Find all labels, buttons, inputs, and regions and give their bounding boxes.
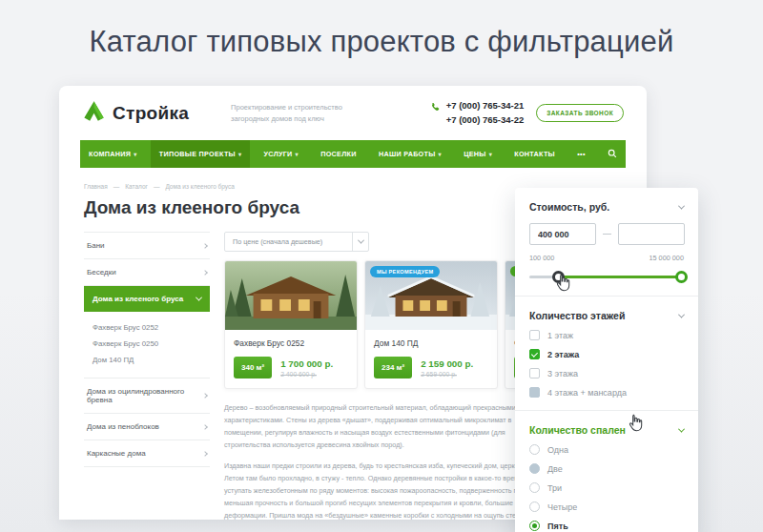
area-badge: 234 м²: [374, 357, 412, 379]
chevron-down-icon: ▾: [439, 151, 442, 157]
description-paragraph: Издавна наши предки строили из дерева, б…: [224, 460, 545, 520]
phone-number-2[interactable]: +7 (000) 765-34-22: [446, 113, 525, 127]
bedrooms-option-one[interactable]: Одна: [529, 444, 684, 455]
filter-section-floors: Количество этажей 1 этаж 2 этажа 3 этажа…: [515, 297, 698, 410]
chevron-down-icon: ▾: [134, 151, 136, 157]
sidebar-subitems: Фахверк Брус 0252 Фахверк Брус 0250 Дом …: [84, 312, 210, 379]
filter-panel: Стоимость, руб. 100 000 15 000 000 Колич: [515, 188, 698, 532]
site-header: Стройка Проектирование и строительство з…: [59, 86, 647, 140]
sidebar-subitem[interactable]: Фахверк Брус 0252: [93, 319, 201, 336]
category-sidebar: Бани Беседки Дома из клееного бруса Фахв…: [84, 232, 210, 520]
slider-handle-max[interactable]: [675, 271, 688, 283]
sidebar-item-gazebos[interactable]: Беседки: [84, 259, 210, 286]
breadcrumb-current: Дома из клееного бруса: [165, 183, 235, 190]
range-dash: [603, 234, 611, 235]
price-min-label: 100 000: [529, 254, 554, 262]
nav-search-button[interactable]: [599, 140, 626, 168]
nav-item-services[interactable]: УСЛУГИ▾: [256, 140, 307, 168]
nav-item-company[interactable]: КОМПАНИЯ▾: [80, 140, 146, 168]
phone-number-1[interactable]: +7 (000) 765-34-21: [446, 99, 525, 113]
phone-icon: [430, 99, 441, 116]
logo[interactable]: Стройка: [82, 99, 189, 127]
logo-icon: [82, 99, 106, 127]
chevron-down-icon: ▾: [489, 151, 492, 157]
bedrooms-option-five[interactable]: Пять: [529, 521, 684, 531]
description-paragraph: Дерево – возобновляемый природный строит…: [224, 402, 545, 452]
chevron-down-icon: ▾: [238, 151, 241, 157]
product-title: Фахверк Брус 0252: [234, 338, 348, 348]
bedrooms-option-four[interactable]: Четыре: [529, 501, 684, 512]
price-from-input[interactable]: [529, 223, 596, 245]
radio-selected[interactable]: [529, 521, 540, 531]
filter-price-header[interactable]: Стоимость, руб.: [529, 201, 684, 213]
product-image-winter-house: МЫ РЕКОМЕНДУЕМ: [365, 261, 497, 330]
bedrooms-option-two[interactable]: Две: [529, 463, 684, 474]
sort-caret: [352, 233, 368, 251]
product-card[interactable]: Фахверк Брус 0252 340 м² 1 700 000 р. 2 …: [224, 260, 358, 389]
nav-item-our-works[interactable]: НАШИ РАБОТЫ▾: [370, 140, 450, 168]
nav-item-prices[interactable]: ЦЕНЫ▾: [455, 140, 501, 168]
product-card[interactable]: МЫ РЕКОМЕНДУЕМ Дом 140 ПД 234 м² 2 159 0…: [364, 260, 498, 389]
filter-section-bedrooms: Количество спален Одна Две Три Четыре Пя…: [515, 411, 698, 532]
checkbox-checked[interactable]: [529, 349, 540, 359]
slider-fill: [559, 276, 681, 278]
screenshot-canvas: Каталог типовых проектов с фильтрацией С…: [0, 0, 763, 532]
product-old-price: 2 400 600 р.: [280, 371, 333, 378]
sidebar-item-baths[interactable]: Бани: [84, 233, 210, 259]
price-max-label: 15 000 000: [649, 254, 684, 262]
area-badge: 340 м²: [234, 357, 272, 379]
floors-option-2[interactable]: 2 этажа: [529, 349, 684, 359]
filter-floors-header[interactable]: Количество этажей: [529, 310, 684, 321]
product-title: Дом 140 ПД: [374, 338, 488, 348]
floors-option-4[interactable]: 4 этажа + мансарда: [529, 387, 684, 398]
chevron-down-icon: [678, 202, 685, 209]
sort-select[interactable]: По цене (сначала дешевые): [224, 232, 369, 252]
phone-block: +7 (000) 765-34-21 +7 (000) 765-34-22: [430, 99, 525, 127]
main-nav: КОМПАНИЯ▾ ТИПОВЫЕ ПРОЕКТЫ▾ УСЛУГИ▾ ПОСЕЛ…: [80, 140, 626, 168]
sidebar-item-foam-block-houses[interactable]: Дома из пеноблоков: [84, 414, 210, 440]
price-to-input[interactable]: [618, 223, 685, 245]
chevron-down-icon: ▾: [296, 151, 299, 157]
order-call-button[interactable]: ЗАКАЗАТЬ ЗВОНОК: [536, 104, 624, 122]
breadcrumb-home[interactable]: Главная: [84, 183, 108, 190]
sidebar-item-frame-houses[interactable]: Каркасные дома: [84, 440, 210, 467]
brand-name: Стройка: [113, 103, 189, 124]
price-range-slider[interactable]: [529, 270, 684, 283]
radio-unchecked[interactable]: [529, 482, 540, 493]
header-tagline: Проектирование и строительство загородны…: [231, 102, 342, 125]
filter-bedrooms-header[interactable]: Количество спален: [529, 424, 684, 436]
chevron-right-icon: [202, 424, 208, 430]
radio-unchecked[interactable]: [529, 444, 540, 455]
product-price: 1 700 000 р.: [280, 358, 333, 369]
sidebar-item-glued-beam-houses[interactable]: Дома из клееного бруса: [84, 286, 210, 312]
floors-option-3[interactable]: 3 этажа: [529, 368, 684, 379]
breadcrumb-catalog[interactable]: Каталог: [125, 183, 148, 190]
floors-option-1[interactable]: 1 этаж: [529, 330, 684, 340]
check-icon: [530, 350, 537, 357]
product-old-price: 2 659 000 р.: [421, 371, 473, 378]
radio-unchecked[interactable]: [529, 501, 540, 512]
chevron-right-icon: [202, 451, 208, 457]
search-icon: [608, 149, 617, 160]
sidebar-subitem[interactable]: Фахверк Брус 0250: [93, 336, 201, 352]
bedrooms-option-three[interactable]: Три: [529, 482, 684, 493]
category-description: Дерево – возобновляемый природный строит…: [224, 402, 545, 520]
chevron-down-icon: [196, 295, 202, 301]
chevron-down-icon: [678, 311, 685, 317]
nav-item-typical-projects[interactable]: ТИПОВЫЕ ПРОЕКТЫ▾: [151, 140, 250, 168]
sidebar-item-log-houses[interactable]: Дома из оцилиндрованного бревна: [84, 379, 210, 414]
nav-item-contacts[interactable]: КОНТАКТЫ: [505, 140, 564, 168]
chevron-right-icon: [202, 270, 208, 276]
nav-item-settlements[interactable]: ПОСЕЛКИ: [312, 140, 364, 168]
chevron-down-icon: [357, 237, 363, 244]
product-image-summer-house: [225, 261, 357, 330]
slider-handle-min[interactable]: [552, 271, 565, 283]
sidebar-subitem[interactable]: Дом 140 ПД: [93, 352, 201, 368]
radio-disabled: [529, 463, 540, 474]
chevron-down-icon: [678, 425, 685, 432]
checkbox-unchecked[interactable]: [529, 330, 540, 340]
sort-selected-value: По цене (сначала дешевые): [225, 237, 352, 246]
nav-item-more[interactable]: •••: [568, 140, 593, 168]
chevron-right-icon: [202, 243, 208, 249]
checkbox-unchecked[interactable]: [529, 368, 540, 379]
